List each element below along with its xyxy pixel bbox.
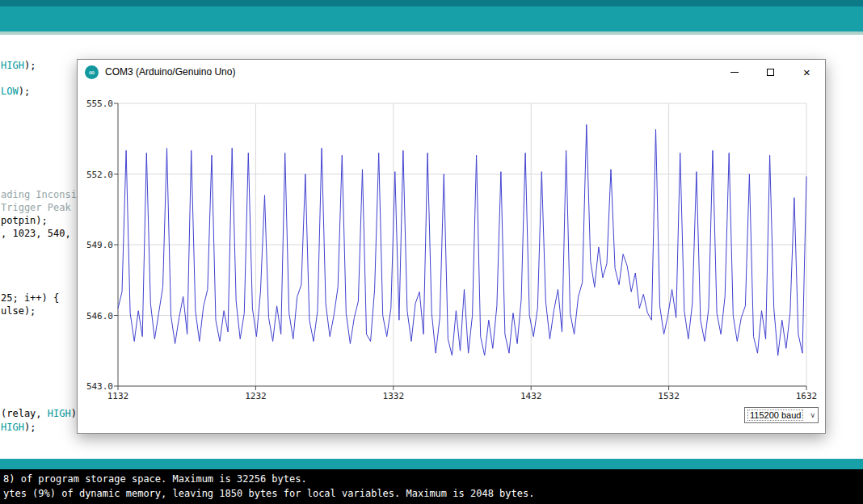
code-line: HIGH); <box>1 422 36 433</box>
build-console: 8) of program storage space. Maximum is … <box>0 469 863 504</box>
code-line: potpin); <box>1 215 48 226</box>
code-line: LOW); <box>1 86 30 97</box>
x-tick-label: 1632 <box>790 391 823 401</box>
serial-plot <box>118 103 806 386</box>
window-controls: × <box>716 60 825 84</box>
x-tick-label: 1132 <box>102 391 134 401</box>
x-tick-label: 1532 <box>653 391 685 401</box>
chevron-down-icon: ∨ <box>810 411 815 419</box>
baud-rate-select[interactable]: 115200 baud ∨ <box>744 407 819 423</box>
baud-rate-value: 115200 baud <box>747 410 803 421</box>
arduino-icon: ∞ <box>85 65 99 79</box>
y-tick-label: 546.0 <box>78 311 113 321</box>
serial-plotter-window: ∞ COM3 (Arduino/Genuino Uno) × 543.0546.… <box>77 59 826 434</box>
window-titlebar[interactable]: ∞ COM3 (Arduino/Genuino Uno) × <box>78 60 825 84</box>
code-line: , 1023, 540, 9 <box>1 228 82 239</box>
y-tick-label: 549.0 <box>78 240 113 250</box>
maximize-button[interactable] <box>752 60 789 84</box>
code-line: HIGH); <box>1 60 36 71</box>
minimize-button[interactable] <box>716 60 752 84</box>
code-line: Trigger Peak V <box>1 202 82 213</box>
console-line: 8) of program storage space. Maximum is … <box>3 473 307 485</box>
code-line: ulse); <box>1 305 36 317</box>
plot-canvas: 543.0546.0549.0552.0555.0113212321332143… <box>78 84 825 433</box>
x-tick-label: 1432 <box>515 391 547 401</box>
y-tick-label: 555.0 <box>78 99 113 109</box>
close-button[interactable]: × <box>789 60 825 84</box>
minimize-icon <box>730 72 739 73</box>
status-strip <box>0 459 863 469</box>
ide-titlebar-strip <box>0 0 863 6</box>
close-icon: × <box>803 66 810 78</box>
x-tick-label: 1232 <box>239 391 272 401</box>
code-line: 25; i++) { <box>1 292 59 304</box>
ide-toolbar-strip <box>0 6 863 32</box>
y-tick-label: 552.0 <box>78 170 113 180</box>
maximize-icon <box>767 69 774 76</box>
code-line: ading Inconsis <box>1 189 82 200</box>
code-line: (relay, HIGH) <box>1 408 77 419</box>
x-tick-label: 1332 <box>377 391 410 401</box>
console-line: ytes (9%) of dynamic memory, leaving 185… <box>3 488 534 499</box>
window-title: COM3 (Arduino/Genuino Uno) <box>105 66 235 78</box>
